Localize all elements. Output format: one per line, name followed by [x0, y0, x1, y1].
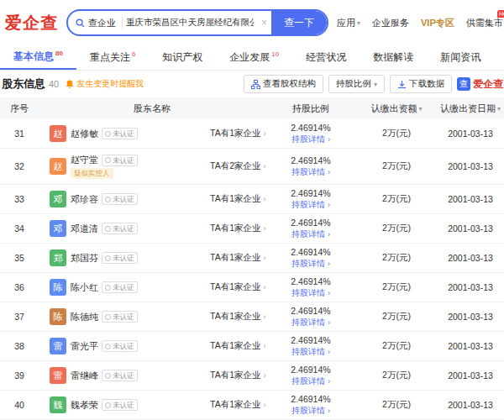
search-button[interactable]: 查一下: [271, 11, 327, 34]
holding-detail-link[interactable]: 持股详情 ›: [291, 228, 330, 240]
holding-detail-link[interactable]: 持股详情 ›: [291, 134, 330, 145]
chevron-right-icon: ›: [328, 377, 330, 386]
chevron-right-icon: ›: [328, 230, 330, 239]
tab-count: 80: [55, 50, 63, 57]
nav-market-label: 供需集市: [466, 17, 503, 29]
cert-dot-icon: [105, 373, 111, 379]
search-category-label: 查企业: [88, 17, 116, 29]
shareholder-cell: 邓 邓珍容 未认证: [39, 191, 173, 207]
related-companies-link[interactable]: TA有1家企业 ›: [173, 223, 265, 234]
holding-detail-link[interactable]: 持股详情 ›: [291, 317, 330, 328]
table-row: 35 郑 郑国芬 未认证 TA有1家企业 › 2.46914% 持股详情 › 2…: [0, 244, 504, 273]
related-companies-link[interactable]: TA有1家企业 ›: [173, 340, 265, 352]
shareholder-avatar: 邓: [50, 191, 66, 207]
shareholder-name-link[interactable]: 邓道清: [71, 223, 98, 235]
shareholder-name-link[interactable]: 魏孝荣: [71, 399, 98, 412]
tab-label: 知识产权: [162, 50, 202, 65]
shareholder-cell: 魏 魏孝荣 未认证: [39, 396, 173, 413]
related-companies-label: TA有1家企业: [210, 281, 260, 291]
holding-detail-link[interactable]: 持股详情 ›: [291, 166, 330, 178]
download-data-button[interactable]: 下载数据: [390, 75, 452, 93]
holding-ratio-cell: 2.46914% 持股详情 ›: [265, 123, 356, 145]
header-subscribed-amount[interactable]: 认缴出资额 ▾: [356, 102, 437, 115]
related-companies-link[interactable]: TA有1家企业 ›: [173, 252, 265, 264]
holding-detail-link[interactable]: 持股详情 ›: [291, 199, 330, 211]
table-body: 31 赵 赵修敏 未认证 TA有1家企业 › 2.46914% 持股详情 › 2…: [0, 119, 504, 420]
shareholder-name-link[interactable]: 陈小红: [71, 281, 98, 294]
uncertified-label: 未认证: [113, 282, 134, 292]
sort-caret-icon[interactable]: ▾: [497, 105, 501, 113]
holding-ratio-value: 2.46914%: [291, 276, 330, 286]
nav-vip-zone[interactable]: VIP专区: [421, 17, 454, 29]
holding-detail-link[interactable]: 持股详情 ›: [291, 405, 330, 417]
shareholder-avatar: 雷: [50, 367, 66, 384]
site-logo[interactable]: 爱企查: [5, 12, 58, 34]
holding-detail-label: 持股详情: [291, 259, 325, 268]
holding-ratio-value: 2.46914%: [291, 335, 330, 345]
header-shareholder-name: 股东名称: [39, 102, 265, 115]
cert-dot-icon: [105, 402, 111, 408]
shareholder-name-link[interactable]: 郑国芬: [71, 252, 98, 265]
aiqicha-float-widget[interactable]: 查 爱企查: [457, 77, 503, 92]
table-row: 32 赵 赵守堂 未认证 疑似实控人 TA有2家企业 › 2.46914% 持股…: [0, 149, 504, 185]
holding-detail-link[interactable]: 持股详情 ›: [291, 346, 330, 358]
tab[interactable]: 知识产权: [149, 45, 216, 70]
aiqicha-float-label: 爱企查: [473, 77, 503, 92]
holding-detail-link[interactable]: 持股详情 ›: [291, 375, 330, 387]
subscribed-date: 2001-03-13: [437, 194, 504, 204]
related-companies-link[interactable]: TA有1家企业 ›: [173, 399, 265, 411]
download-data-label: 下载数据: [409, 78, 444, 90]
uncertified-badge: 未认证: [102, 399, 138, 411]
row-number: 32: [0, 161, 39, 171]
related-companies-label: TA有1家企业: [210, 340, 260, 350]
subscribed-date: 2001-03-13: [437, 400, 504, 410]
shareholder-name-link[interactable]: 赵守堂: [71, 154, 98, 166]
holding-detail-link[interactable]: 持股详情 ›: [291, 258, 330, 270]
related-companies-link[interactable]: TA有1家企业 ›: [173, 281, 265, 293]
cert-dot-icon: [105, 157, 111, 163]
shareholder-name-link[interactable]: 雷光平: [71, 340, 98, 353]
uncertified-badge: 未认证: [102, 370, 138, 381]
search-input[interactable]: [123, 18, 257, 28]
tab[interactable]: 企业发展 10: [216, 45, 292, 70]
header-subscribed-amount-label: 认缴出资额: [370, 102, 417, 115]
search-category-dropdown[interactable]: 查企业: [68, 17, 122, 29]
clear-search-icon[interactable]: ×: [257, 17, 271, 29]
holding-detail-link[interactable]: 持股详情 ›: [291, 287, 330, 299]
shareholder-name-link[interactable]: 邓珍容: [71, 193, 98, 206]
row-number: 31: [0, 129, 39, 139]
related-companies-link[interactable]: TA有1家企业 ›: [173, 370, 265, 381]
change-reminder-button[interactable]: 发生变更时提醒我: [66, 78, 144, 90]
shareholder-name-link[interactable]: 赵修敏: [71, 128, 98, 140]
section-count: 40: [49, 79, 59, 89]
header-subscribed-date[interactable]: 认缴出资日期 ▾: [437, 102, 504, 115]
shareholder-cell: 邓 邓道清 未认证: [39, 220, 173, 237]
chevron-right-icon: ›: [328, 289, 330, 297]
holding-ratio-filter[interactable]: 持股比例 ▾: [328, 75, 385, 93]
holding-detail-label: 持股详情: [291, 347, 325, 356]
tab[interactable]: 基本信息 80: [0, 45, 76, 70]
shareholder-name-link[interactable]: 雷继峰: [71, 370, 98, 382]
cert-dot-icon: [105, 255, 111, 261]
related-companies-label: TA有1家企业: [210, 193, 260, 203]
tab[interactable]: 新闻资讯: [427, 45, 494, 70]
search-box: 查企业 × 查一下: [66, 9, 328, 36]
view-equity-structure-button[interactable]: 查看股权结构: [244, 75, 323, 93]
related-companies-link[interactable]: TA有1家企业 ›: [173, 311, 265, 323]
related-companies-link[interactable]: TA有1家企业 ›: [173, 128, 265, 139]
name-block: 雷光平 未认证: [71, 340, 138, 353]
header-no: 序号: [0, 102, 39, 115]
shareholder-name-link[interactable]: 陈德纯: [71, 311, 98, 323]
nav-app[interactable]: 应用 ▾: [337, 17, 360, 29]
sort-caret-icon[interactable]: ▾: [418, 105, 422, 113]
nav-supply-market[interactable]: 供需集市 HOT: [466, 17, 503, 29]
tab[interactable]: 重点关注 6: [76, 45, 149, 70]
related-companies-link[interactable]: TA有2家企业 ›: [173, 160, 265, 172]
holding-ratio-value: 2.46914%: [291, 306, 330, 316]
tab[interactable]: 经营状况: [292, 45, 360, 70]
uncertified-badge: 未认证: [102, 128, 138, 139]
tab-bar: 基本信息 80 重点关注 6 知识产权 企业发展 10 经营状况 数据解读 新闻…: [0, 45, 504, 71]
related-companies-link[interactable]: TA有1家企业 ›: [173, 193, 265, 205]
nav-enterprise-services[interactable]: 企业服务: [372, 17, 409, 29]
tab[interactable]: 数据解读: [360, 45, 427, 70]
